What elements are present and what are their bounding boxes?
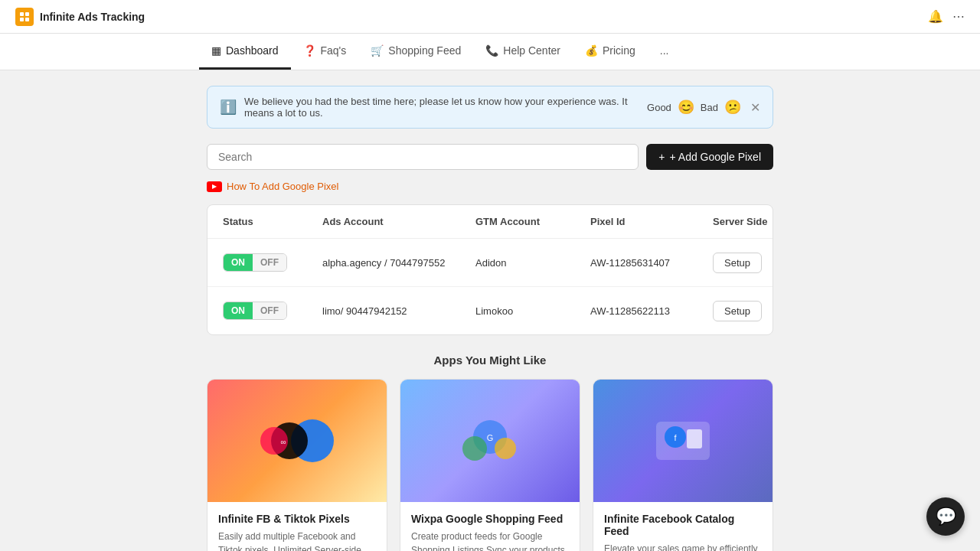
tab-help-center[interactable]: 📞 Help Center [473, 34, 573, 70]
row2-ads-account: limo/ 90447942152 [322, 305, 475, 317]
row1-gtm-account: Adidon [475, 257, 590, 269]
add-google-pixel-button[interactable]: + + Add Google Pixel [646, 144, 773, 170]
row2-gtm-account: Limokoo [475, 305, 590, 317]
info-banner: ℹ️ We believe you had the best time here… [207, 86, 773, 129]
row2-server-side: Setup [713, 301, 773, 321]
pixels-table: Status Ads Account GTM Account Pixel Id … [207, 204, 773, 335]
app-card-google-shopping: G Wixpa Google Shopping Feed Create prod… [400, 379, 580, 551]
info-icon: ℹ️ [220, 99, 237, 116]
topbar-right: 🔔 ⋯ [928, 9, 965, 24]
tab-help-label: Help Center [503, 44, 560, 57]
table-row: ON OFF limo/ 90447942152 Limokoo AW-1128… [207, 287, 773, 334]
app-image-google-shopping: G [400, 380, 580, 502]
banner-close-button[interactable]: ✕ [750, 100, 760, 115]
add-pixel-plus-icon: + [658, 151, 665, 163]
pricing-icon: 💰 [585, 44, 598, 57]
apps-section-title: Apps You Might Like [207, 354, 773, 367]
col-pixel-id: Pixel Id [590, 216, 713, 227]
app-title-fb-tiktok: Infinite FB & Tiktok Pixels [218, 513, 376, 525]
tab-pricing-label: Pricing [603, 44, 635, 57]
col-gtm-account: GTM Account [475, 216, 590, 227]
row1-status-toggle[interactable]: ON OFF [223, 253, 322, 272]
col-server-side: Server Side [713, 216, 773, 227]
tab-more-label: ... [660, 44, 669, 57]
bad-emoji[interactable]: 😕 [724, 99, 741, 116]
col-status: Status [223, 216, 322, 227]
row1-ads-account: alpha.agency / 7044797552 [322, 257, 475, 269]
chat-icon: 💬 [936, 507, 956, 527]
svg-rect-0 [20, 12, 24, 16]
app-title: Infinite Ads Tracking [40, 11, 145, 23]
table-row: ON OFF alpha.agency / 7044797552 Adidon … [207, 239, 773, 287]
svg-point-10 [495, 438, 516, 459]
app-logo [15, 8, 34, 26]
search-input[interactable] [207, 144, 639, 170]
app-image-fb-tiktok: ∞ [207, 380, 387, 502]
info-banner-right: Good 😊 Bad 😕 ✕ [647, 99, 760, 116]
row2-setup-button[interactable]: Setup [713, 301, 762, 321]
app-title-fb-catalog: Infinite Facebook Catalog Feed [604, 513, 762, 537]
tab-nav: ▦ Dashboard ❓ Faq's 🛒 Shopping Feed 📞 He… [0, 34, 980, 70]
svg-rect-3 [25, 18, 29, 21]
svg-rect-1 [25, 12, 29, 16]
tab-dashboard[interactable]: ▦ Dashboard [199, 34, 291, 70]
apps-section: Apps You Might Like ∞ Infinite FB & Tikt… [207, 354, 773, 551]
app-desc-fb-catalog: Elevate your sales game by efficiently m… [604, 542, 762, 551]
tab-pricing[interactable]: 💰 Pricing [573, 34, 648, 70]
app-card-fb-catalog: f Infinite Facebook Catalog Feed Elevate… [593, 379, 773, 551]
add-pixel-label: + Add Google Pixel [670, 151, 761, 163]
app-desc-google-shopping: Create product feeds for Google Shopping… [411, 530, 569, 551]
svg-point-9 [462, 436, 487, 461]
app-card-body-1: Infinite FB & Tiktok Pixels Easily add m… [207, 502, 387, 551]
toggle-off-1[interactable]: OFF [253, 254, 286, 271]
tab-faqs-label: Faq's [321, 44, 347, 57]
dashboard-icon: ▦ [211, 44, 221, 57]
app-card-body-2: Wixpa Google Shopping Feed Create produc… [400, 502, 580, 551]
app-card-fb-tiktok: ∞ Infinite FB & Tiktok Pixels Easily add… [207, 379, 387, 551]
app-card-body-3: Infinite Facebook Catalog Feed Elevate y… [593, 502, 773, 551]
notification-icon[interactable]: 🔔 [928, 9, 943, 24]
svg-rect-14 [687, 429, 702, 448]
app-title-google-shopping: Wixpa Google Shopping Feed [411, 513, 569, 525]
app-desc-fb-tiktok: Easily add multiple Facebook and Tiktok … [218, 530, 376, 551]
col-ads-account: Ads Account [322, 216, 475, 227]
tab-dashboard-label: Dashboard [226, 44, 279, 57]
svg-text:∞: ∞ [280, 438, 286, 446]
how-to-link[interactable]: How To Add Google Pixel [207, 181, 773, 192]
table-header: Status Ads Account GTM Account Pixel Id … [207, 205, 773, 239]
topbar-left: Infinite Ads Tracking [15, 8, 145, 26]
row1-pixel-id: AW-11285631407 [590, 257, 713, 269]
how-to-text: How To Add Google Pixel [227, 181, 338, 192]
search-row: + + Add Google Pixel [207, 144, 773, 170]
svg-text:G: G [487, 433, 494, 442]
tab-shopping-label: Shopping Feed [388, 44, 461, 57]
toggle-off-2[interactable]: OFF [253, 302, 286, 319]
chat-button[interactable]: 💬 [926, 497, 965, 536]
good-emoji[interactable]: 😊 [678, 99, 694, 116]
good-label: Good [647, 102, 671, 113]
faqs-icon: ❓ [303, 44, 316, 57]
menu-icon[interactable]: ⋯ [952, 9, 965, 24]
row1-setup-button[interactable]: Setup [713, 253, 762, 273]
row2-pixel-id: AW-11285622113 [590, 305, 713, 317]
shopping-icon: 🛒 [371, 44, 384, 57]
tab-more[interactable]: ... [648, 34, 681, 70]
topbar: Infinite Ads Tracking 🔔 ⋯ [0, 0, 980, 34]
bad-label: Bad [701, 102, 718, 113]
help-icon: 📞 [485, 44, 498, 57]
youtube-icon [207, 181, 222, 192]
info-banner-left: ℹ️ We believe you had the best time here… [220, 96, 647, 119]
row2-status-toggle[interactable]: ON OFF [223, 302, 322, 320]
svg-rect-2 [20, 18, 24, 21]
app-image-fb-catalog: f [593, 380, 773, 502]
apps-grid: ∞ Infinite FB & Tiktok Pixels Easily add… [207, 379, 773, 551]
row1-server-side: Setup [713, 253, 773, 273]
toggle-on-2[interactable]: ON [224, 302, 253, 319]
tab-shopping-feed[interactable]: 🛒 Shopping Feed [358, 34, 473, 70]
tab-faqs[interactable]: ❓ Faq's [291, 34, 359, 70]
banner-text: We believe you had the best time here; p… [244, 96, 647, 119]
toggle-on-1[interactable]: ON [224, 254, 253, 271]
main-content: ℹ️ We believe you had the best time here… [191, 70, 789, 551]
